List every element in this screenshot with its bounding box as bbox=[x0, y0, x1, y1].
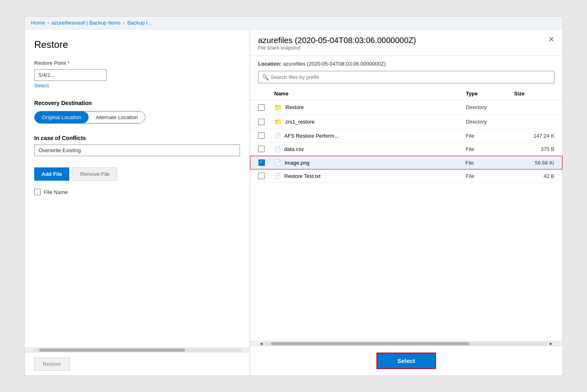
right-footer: Select bbox=[250, 346, 562, 375]
name-cell-5: 📄 Restore Test.txt bbox=[274, 173, 466, 179]
table-row[interactable]: 📄 Restore Test.txt File 42 B bbox=[250, 169, 562, 183]
table-row[interactable]: 📁 Restore Directory bbox=[250, 100, 562, 115]
right-header: azurefiles (2020-05-04T08:03:06.0000000Z… bbox=[250, 29, 562, 56]
alternate-location-btn[interactable]: Alternate Location bbox=[89, 111, 145, 123]
file-icon: 📄 bbox=[274, 173, 281, 179]
add-file-button[interactable]: Add File bbox=[34, 167, 69, 181]
type-cell-1: Directory bbox=[466, 119, 514, 125]
right-panel-title: azurefiles (2020-05-04T08:03:06.0000000Z… bbox=[258, 36, 416, 45]
left-h-thumb[interactable] bbox=[39, 349, 185, 352]
file-name-0: Restore bbox=[285, 104, 304, 110]
location-toggle-group: Original Location Alternate Location bbox=[34, 111, 145, 124]
file-name-2: AFS Restore Perform... bbox=[284, 133, 339, 139]
header-type: Type bbox=[466, 91, 514, 97]
file-table: Name Type Size 📁 Restore Directory bbox=[250, 87, 562, 341]
row-checkbox-5[interactable] bbox=[258, 173, 265, 179]
scroll-left-arrow[interactable]: ◀ bbox=[258, 341, 265, 346]
select-restore-point-link[interactable]: Select bbox=[34, 83, 240, 89]
file-name-5: Restore Test.txt bbox=[284, 173, 320, 179]
right-h-thumb[interactable] bbox=[271, 342, 469, 345]
restore-point-input[interactable] bbox=[34, 69, 107, 81]
folder-icon: 📁 bbox=[274, 118, 282, 126]
row-checkbox-3[interactable] bbox=[258, 146, 265, 152]
main-area: Restore Restore Point * Select Recovery … bbox=[25, 29, 562, 375]
header-size: Size bbox=[514, 91, 554, 97]
required-star: * bbox=[68, 60, 70, 66]
search-input[interactable] bbox=[258, 71, 554, 83]
folder-icon: 📁 bbox=[274, 103, 282, 111]
search-icon: 🔍 bbox=[262, 74, 269, 80]
conflicts-section: In case of Conflicts Overwrite Existing bbox=[34, 135, 240, 156]
file-icon: 📄 bbox=[274, 146, 281, 152]
table-row[interactable]: 📄 AFS Restore Perform... File 147.24 K bbox=[250, 129, 562, 142]
conflicts-label: In case of Conflicts bbox=[34, 135, 240, 141]
location-label: Location: bbox=[258, 61, 282, 67]
header-name: Name bbox=[274, 91, 466, 97]
scroll-right-arrow[interactable]: ▶ bbox=[548, 341, 554, 346]
row-checkbox-0[interactable] bbox=[258, 104, 265, 111]
left-h-track bbox=[33, 349, 242, 352]
type-cell-4: File bbox=[465, 160, 514, 166]
size-cell-4: 56.68 Ki bbox=[514, 160, 554, 166]
file-name-1: zrs1_restore bbox=[285, 119, 314, 125]
right-panel-subtitle: File share snapshot bbox=[258, 45, 554, 51]
table-row[interactable]: 📄 data.csv File 375 B bbox=[250, 142, 562, 156]
remove-file-button[interactable]: Remove File bbox=[72, 167, 117, 181]
recovery-destination-section: Recovery Destination Original Location A… bbox=[34, 100, 240, 124]
right-panel: azurefiles (2020-05-04T08:03:06.0000000Z… bbox=[250, 29, 562, 375]
table-header: Name Type Size bbox=[250, 87, 562, 100]
recovery-dest-label: Recovery Destination bbox=[34, 100, 240, 106]
left-scrollbar-h bbox=[25, 347, 250, 352]
conflicts-select[interactable]: Overwrite Existing bbox=[34, 144, 240, 156]
type-cell-5: File bbox=[466, 173, 514, 179]
breadcrumb-sep-2: › bbox=[123, 20, 125, 26]
breadcrumb: Home › azurefilesvault | Backup items › … bbox=[25, 17, 562, 29]
file-name-row: File Name bbox=[34, 189, 240, 195]
original-location-btn[interactable]: Original Location bbox=[35, 111, 89, 123]
select-button[interactable]: Select bbox=[376, 353, 436, 369]
file-name-3: data.csv bbox=[284, 146, 304, 152]
left-panel: Restore Restore Point * Select Recovery … bbox=[25, 29, 250, 375]
right-title-row: azurefiles (2020-05-04T08:03:06.0000000Z… bbox=[258, 36, 554, 45]
restore-point-section: Restore Point * Select bbox=[34, 60, 240, 89]
name-cell-4: 📄 Image.png bbox=[275, 159, 465, 166]
search-box-wrap: 🔍 bbox=[258, 71, 554, 83]
breadcrumb-sep-1: › bbox=[48, 20, 49, 26]
main-window: Home › azurefilesvault | Backup items › … bbox=[24, 16, 563, 376]
left-content: Restore Restore Point * Select Recovery … bbox=[25, 29, 250, 347]
row-checkbox-4[interactable] bbox=[258, 159, 265, 166]
left-footer: Restore bbox=[25, 352, 250, 375]
file-button-row: Add File Remove File bbox=[34, 167, 240, 181]
size-cell-3: 375 B bbox=[514, 146, 554, 152]
file-name-4: Image.png bbox=[285, 160, 309, 166]
name-cell-0: 📁 Restore bbox=[274, 103, 466, 111]
type-cell-0: Directory bbox=[466, 104, 514, 110]
file-icon: 📄 bbox=[274, 132, 281, 139]
type-cell-3: File bbox=[466, 146, 514, 152]
restore-button[interactable]: Restore bbox=[34, 357, 70, 371]
breadcrumb-vault[interactable]: azurefilesvault | Backup items bbox=[52, 20, 121, 26]
location-row: Location: azurefiles (2020-05-04T08:03:0… bbox=[258, 61, 554, 67]
close-button[interactable]: ✕ bbox=[548, 36, 554, 43]
table-row-selected[interactable]: 📄 Image.png File 56.68 Ki bbox=[250, 156, 562, 169]
name-cell-1: 📁 zrs1_restore bbox=[274, 118, 466, 126]
row-checkbox-1[interactable] bbox=[258, 119, 265, 125]
row-checkbox-2[interactable] bbox=[258, 132, 265, 139]
name-cell-3: 📄 data.csv bbox=[274, 146, 466, 152]
restore-point-row bbox=[34, 69, 240, 81]
size-cell-5: 42 B bbox=[514, 173, 554, 179]
file-name-checkbox[interactable] bbox=[34, 189, 41, 195]
file-name-label: File Name bbox=[44, 189, 68, 195]
header-checkbox-col bbox=[258, 91, 274, 97]
name-cell-2: 📄 AFS Restore Perform... bbox=[274, 132, 466, 139]
size-cell-2: 147.24 K bbox=[514, 133, 554, 139]
page-title: Restore bbox=[34, 39, 240, 50]
breadcrumb-home[interactable]: Home bbox=[31, 20, 45, 26]
file-icon: 📄 bbox=[275, 159, 281, 166]
location-val: azurefiles (2020-05-04T08:03:06.0000000Z… bbox=[283, 61, 386, 67]
right-scrollbar-h: ◀ ▶ bbox=[250, 341, 562, 346]
right-h-track bbox=[265, 342, 548, 345]
restore-point-label: Restore Point * bbox=[34, 60, 240, 66]
type-cell-2: File bbox=[466, 133, 514, 139]
table-row[interactable]: 📁 zrs1_restore Directory bbox=[250, 115, 562, 129]
